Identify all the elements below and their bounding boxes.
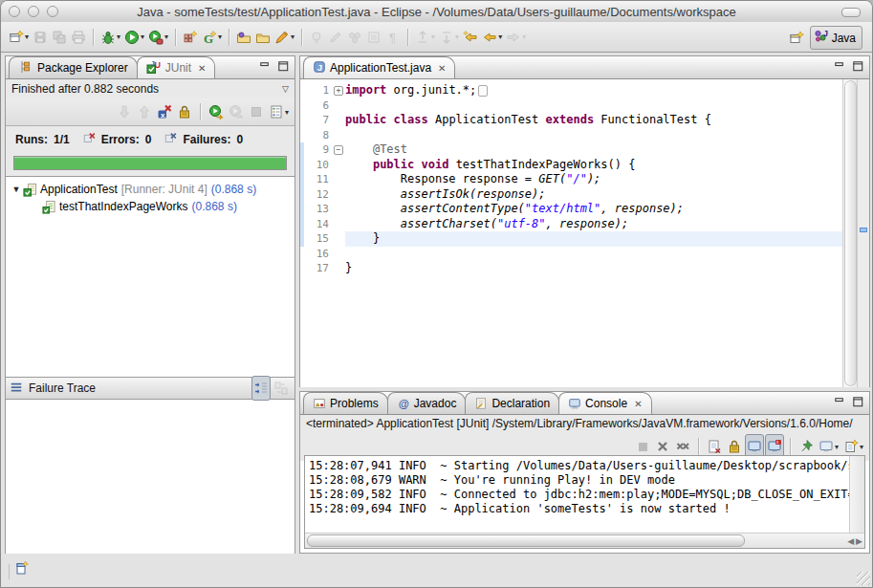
code-line-16[interactable]: 16 xyxy=(300,247,869,262)
editor-vertical-scrollbar[interactable] xyxy=(842,79,858,387)
main-toolbar: ▾▾▾▾G▾▾¶▾▾▾▾ xyxy=(1,22,872,53)
maximize-editor-icon[interactable] xyxy=(851,59,865,77)
close-editor-tab-icon[interactable]: ✕ xyxy=(438,63,446,74)
tab-package-explorer-label: Package Explorer xyxy=(37,61,128,75)
tab-editor-applicationtest[interactable]: J ApplicationTest.java ✕ xyxy=(303,56,455,78)
fold-gutter xyxy=(332,217,345,232)
failure-trace-menu-icon[interactable] xyxy=(10,381,23,397)
console-vertical-scrollbar[interactable] xyxy=(849,456,864,534)
tab-declaration[interactable]: Declaration xyxy=(465,392,559,414)
console-horizontal-scrollbar[interactable]: ◀ ▶ xyxy=(305,533,864,548)
code-line-10[interactable]: 10 public void testThatIndexPageWorks() … xyxy=(300,158,869,173)
junit-status-row: Finished after 0.882 seconds ▽ xyxy=(6,79,295,98)
tab-junit[interactable]: UJ JUnit ✕ xyxy=(137,56,216,78)
fold-plus-icon[interactable]: + xyxy=(332,83,345,98)
last-edit-location-icon[interactable] xyxy=(461,26,480,49)
code-text: @Test xyxy=(345,142,869,158)
toolbar-toggle-pill[interactable] xyxy=(841,8,861,17)
maximize-view-icon[interactable] xyxy=(276,59,291,77)
new-page-sparkle-icon[interactable] xyxy=(14,560,30,579)
svg-text:@: @ xyxy=(398,398,408,409)
dropdown-arrow-icon: ▾ xyxy=(25,33,29,41)
fold-minus-icon[interactable]: − xyxy=(332,142,345,158)
editor-overview-ruler[interactable] xyxy=(857,79,869,387)
debug-icon[interactable]: ▾ xyxy=(98,26,122,49)
svg-text:J: J xyxy=(823,29,828,38)
dropdown-arrow-icon: ▾ xyxy=(522,33,526,41)
dropdown-arrow-icon: ▾ xyxy=(141,33,144,41)
code-line-9[interactable]: 9− @Test xyxy=(300,142,869,158)
code-line-8[interactable]: 8 xyxy=(300,128,869,143)
title-bar[interactable]: Java - someTests/test/ApplicationTest.ja… xyxy=(1,1,872,23)
grid-wizard-icon[interactable] xyxy=(181,26,200,49)
minimize-editor-icon[interactable] xyxy=(833,59,847,77)
package-explorer-icon xyxy=(18,59,33,77)
console-view-stack: Problems@JavadocDeclarationConsole✕ <ter… xyxy=(299,391,870,554)
junit-test-tree: ▼ApplicationTest[Runner: JUnit 4](0.868 … xyxy=(6,176,295,377)
test-tree-item[interactable]: testThatIndexPageWorks(0.868 s) xyxy=(6,198,295,215)
fold-gutter xyxy=(332,187,345,203)
code-line-17[interactable]: 17} xyxy=(300,261,869,276)
tree-expand-icon[interactable]: ▼ xyxy=(10,185,23,194)
back-icon[interactable]: ▾ xyxy=(480,26,504,49)
close-tab-icon[interactable]: ✕ xyxy=(634,399,642,409)
tab-problems[interactable]: Problems xyxy=(303,392,388,414)
scroll-left-arrow-icon[interactable]: ◀ xyxy=(847,536,854,546)
code-line-6[interactable]: 6 xyxy=(300,98,869,114)
beads-icon xyxy=(345,26,364,49)
minimize-console-icon[interactable] xyxy=(833,395,847,413)
g-wizard-icon[interactable]: G▾ xyxy=(200,26,224,49)
code-line-1[interactable]: 1+import org.junit.*; xyxy=(300,83,869,98)
line-number: 11 xyxy=(304,172,332,187)
tab-junit-label: JUnit xyxy=(165,61,191,75)
scrollbar-thumb[interactable] xyxy=(307,534,745,547)
test-run-history-dropdown-icon[interactable]: ▽ xyxy=(282,84,289,94)
run-last-icon[interactable]: ▾ xyxy=(146,26,170,49)
code-editor[interactable]: 1+import org.junit.*;67public class Appl… xyxy=(300,79,869,387)
tab-javadoc[interactable]: @Javadoc xyxy=(387,392,467,414)
java-perspective-button[interactable]: J Java xyxy=(810,26,862,50)
pilcrow-icon: ¶ xyxy=(383,26,403,49)
filter-trace-icon[interactable] xyxy=(251,376,271,401)
bulb-icon xyxy=(307,26,326,49)
view-menu-icon[interactable]: ▾ xyxy=(267,100,291,123)
dropdown-arrow-icon: ▾ xyxy=(291,33,295,41)
failure-trace-body[interactable] xyxy=(6,400,295,558)
failures-only-icon[interactable]: x xyxy=(155,100,174,123)
open-type-folder-icon[interactable] xyxy=(234,26,253,49)
code-line-11[interactable]: 11 Response response = GET("/"); xyxy=(300,172,869,187)
console-output[interactable]: 15:28:07,941 INFO ~ Starting /Volumes/Da… xyxy=(305,456,850,534)
code-text: } xyxy=(345,261,869,276)
maximize-console-icon[interactable] xyxy=(851,395,865,413)
left-tabbar: Package Explorer UJ JUnit ✕ xyxy=(6,56,295,79)
window-resize-grip[interactable] xyxy=(857,572,870,585)
close-tab-icon[interactable]: ✕ xyxy=(198,63,206,74)
console-line: 15:28:09,694 INFO ~ Application 'someTes… xyxy=(309,502,850,516)
code-line-7[interactable]: 7public class ApplicationTest extends Fu… xyxy=(300,113,869,128)
line-number: 6 xyxy=(304,98,332,114)
test-tree-item[interactable]: ▼ApplicationTest[Runner: JUnit 4](0.868 … xyxy=(6,181,295,198)
code-line-14[interactable]: 14 assertCharset("utf-8", response); xyxy=(300,217,869,232)
new-wizard-icon[interactable]: ▾ xyxy=(7,26,31,49)
scroll-right-arrow-icon[interactable]: ▶ xyxy=(856,536,862,546)
minimize-view-icon[interactable] xyxy=(258,59,273,77)
tab-package-explorer[interactable]: Package Explorer xyxy=(9,56,138,78)
rerun-icon[interactable] xyxy=(207,100,226,123)
scroll-lock-icon[interactable] xyxy=(175,100,194,123)
folder-icon[interactable] xyxy=(253,26,273,49)
svg-text:¶: ¶ xyxy=(389,31,396,45)
tab-console[interactable]: Console✕ xyxy=(558,392,651,414)
fold-gutter xyxy=(332,202,345,217)
line-number: 7 xyxy=(304,113,332,128)
code-line-12[interactable]: 12 assertIsOk(response); xyxy=(300,187,869,203)
open-perspective-icon[interactable] xyxy=(787,27,806,50)
toolbar-separator xyxy=(229,29,229,46)
code-line-13[interactable]: 13 assertContentType("text/html", respon… xyxy=(300,202,869,217)
run-icon[interactable]: ▾ xyxy=(122,26,146,49)
line-number: 16 xyxy=(304,247,332,262)
failure-trace-header: Failure Trace xyxy=(6,377,295,400)
code-line-15[interactable]: 15 } xyxy=(300,231,869,247)
line-number: 1 xyxy=(304,83,332,98)
line-number: 15 xyxy=(304,231,332,247)
marker-pen-icon[interactable]: ▾ xyxy=(273,26,296,49)
